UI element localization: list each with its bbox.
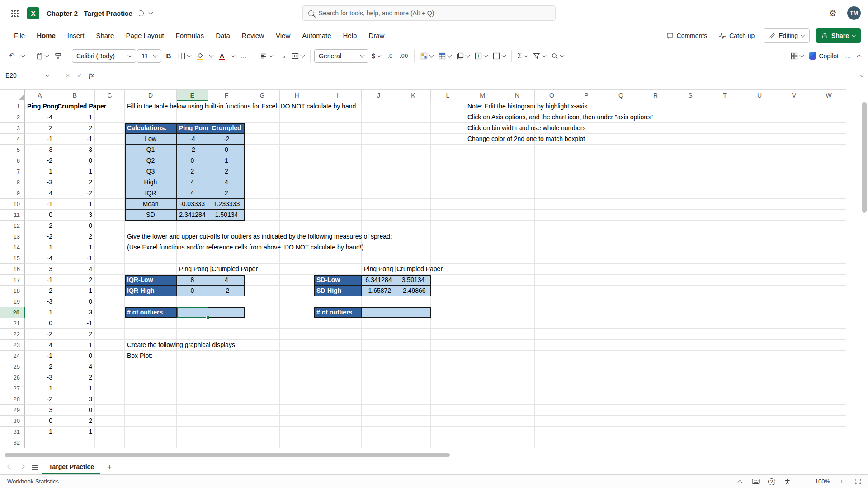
cell-U18[interactable] bbox=[742, 286, 777, 296]
cell-W3[interactable] bbox=[811, 123, 846, 134]
cell-P29[interactable] bbox=[569, 405, 604, 416]
row-header-14[interactable]: 14 bbox=[0, 242, 25, 253]
cell-F9[interactable]: 2 bbox=[208, 188, 245, 199]
cell-O10[interactable] bbox=[535, 199, 569, 210]
cell-K25[interactable] bbox=[396, 361, 431, 372]
title-chevron-icon[interactable] bbox=[148, 10, 153, 15]
cell-N32[interactable] bbox=[500, 437, 535, 448]
cell-D18[interactable]: IQR-High bbox=[125, 286, 177, 296]
undo-menu-button[interactable] bbox=[19, 49, 26, 63]
cell-W8[interactable] bbox=[811, 177, 846, 188]
cell-R28[interactable] bbox=[638, 394, 673, 405]
cell-L24[interactable] bbox=[431, 351, 465, 361]
cell-D21[interactable] bbox=[125, 318, 177, 329]
cell-F4[interactable]: -2 bbox=[208, 134, 245, 145]
cell-L31[interactable] bbox=[431, 427, 465, 437]
cell-L32[interactable] bbox=[431, 437, 465, 448]
cell-G3[interactable] bbox=[245, 123, 280, 134]
cell-R23[interactable] bbox=[638, 340, 673, 351]
cell-N16[interactable] bbox=[500, 264, 535, 275]
cell-P8[interactable] bbox=[569, 177, 604, 188]
cell-A20[interactable]: 1 bbox=[25, 307, 55, 318]
horizontal-scrollbar[interactable] bbox=[4, 453, 852, 457]
cell-W28[interactable] bbox=[811, 394, 846, 405]
cell-I19[interactable] bbox=[314, 296, 362, 307]
cell-R31[interactable] bbox=[638, 427, 673, 437]
cell-A16[interactable]: 3 bbox=[25, 264, 55, 275]
menu-data[interactable]: Data bbox=[210, 26, 236, 45]
cell-C21[interactable] bbox=[95, 318, 125, 329]
cell-H29[interactable] bbox=[280, 405, 314, 416]
cell-P10[interactable] bbox=[569, 199, 604, 210]
cell-S23[interactable] bbox=[673, 340, 708, 351]
cell-M28[interactable] bbox=[465, 394, 500, 405]
cell-E3[interactable]: Ping Pong bbox=[177, 123, 208, 134]
cell-G32[interactable] bbox=[245, 437, 280, 448]
cell-T6[interactable] bbox=[708, 155, 742, 166]
cell-O28[interactable] bbox=[535, 394, 569, 405]
cell-V10[interactable] bbox=[777, 199, 811, 210]
column-header-N[interactable]: N bbox=[500, 89, 535, 101]
cell-U29[interactable] bbox=[742, 405, 777, 416]
cell-O11[interactable] bbox=[535, 210, 569, 221]
cell-F18[interactable]: -2 bbox=[208, 286, 245, 296]
cell-I16[interactable] bbox=[314, 264, 362, 275]
cell-C30[interactable] bbox=[95, 416, 125, 427]
cell-O19[interactable] bbox=[535, 296, 569, 307]
cell-M6[interactable] bbox=[465, 155, 500, 166]
cell-K3[interactable] bbox=[396, 123, 431, 134]
cell-K7[interactable] bbox=[396, 166, 431, 177]
cell-K19[interactable] bbox=[396, 296, 431, 307]
cancel-entry-button[interactable]: × bbox=[62, 70, 74, 81]
cell-W22[interactable] bbox=[811, 329, 846, 340]
cell-C17[interactable] bbox=[95, 275, 125, 286]
cell-S3[interactable] bbox=[673, 123, 708, 134]
sheet-list-button[interactable] bbox=[30, 462, 40, 472]
cell-N28[interactable] bbox=[500, 394, 535, 405]
cell-B27[interactable]: 1 bbox=[55, 383, 95, 394]
share-button[interactable]: Share bbox=[816, 28, 861, 43]
cell-G5[interactable] bbox=[245, 145, 280, 155]
cell-I15[interactable] bbox=[314, 253, 362, 264]
cell-E31[interactable] bbox=[177, 427, 208, 437]
collapse-ribbon-button[interactable] bbox=[855, 49, 863, 63]
cell-G15[interactable] bbox=[245, 253, 280, 264]
cell-E6[interactable]: 0 bbox=[177, 155, 208, 166]
cell-O16[interactable] bbox=[535, 264, 569, 275]
cell-N31[interactable] bbox=[500, 427, 535, 437]
cell-W30[interactable] bbox=[811, 416, 846, 427]
cell-N27[interactable] bbox=[500, 383, 535, 394]
cell-R10[interactable] bbox=[638, 199, 673, 210]
fill-color-button[interactable] bbox=[194, 49, 207, 63]
cell-G20[interactable] bbox=[245, 307, 280, 318]
row-header-6[interactable]: 6 bbox=[0, 155, 25, 166]
cell-Q9[interactable] bbox=[604, 188, 638, 199]
cell-P15[interactable] bbox=[569, 253, 604, 264]
cell-Q8[interactable] bbox=[604, 177, 638, 188]
cell-U28[interactable] bbox=[742, 394, 777, 405]
format-painter-button[interactable] bbox=[52, 49, 64, 63]
column-header-P[interactable]: P bbox=[569, 89, 604, 101]
cell-R16[interactable] bbox=[638, 264, 673, 275]
cell-L11[interactable] bbox=[431, 210, 465, 221]
cell-P25[interactable] bbox=[569, 361, 604, 372]
cell-L3[interactable] bbox=[431, 123, 465, 134]
cell-H21[interactable] bbox=[280, 318, 314, 329]
cell-U19[interactable] bbox=[742, 296, 777, 307]
cell-O13[interactable] bbox=[535, 231, 569, 242]
cell-N18[interactable] bbox=[500, 286, 535, 296]
cell-O25[interactable] bbox=[535, 361, 569, 372]
cell-V28[interactable] bbox=[777, 394, 811, 405]
cell-D25[interactable] bbox=[125, 361, 177, 372]
cell-B9[interactable]: -2 bbox=[55, 188, 95, 199]
cell-S19[interactable] bbox=[673, 296, 708, 307]
cell-P16[interactable] bbox=[569, 264, 604, 275]
cell-N20[interactable] bbox=[500, 307, 535, 318]
cell-H11[interactable] bbox=[280, 210, 314, 221]
column-header-O[interactable]: O bbox=[535, 89, 569, 101]
cell-L26[interactable] bbox=[431, 372, 465, 383]
cell-F22[interactable] bbox=[208, 329, 245, 340]
cell-G24[interactable] bbox=[245, 351, 280, 361]
cell-C27[interactable] bbox=[95, 383, 125, 394]
cell-I5[interactable] bbox=[314, 145, 362, 155]
